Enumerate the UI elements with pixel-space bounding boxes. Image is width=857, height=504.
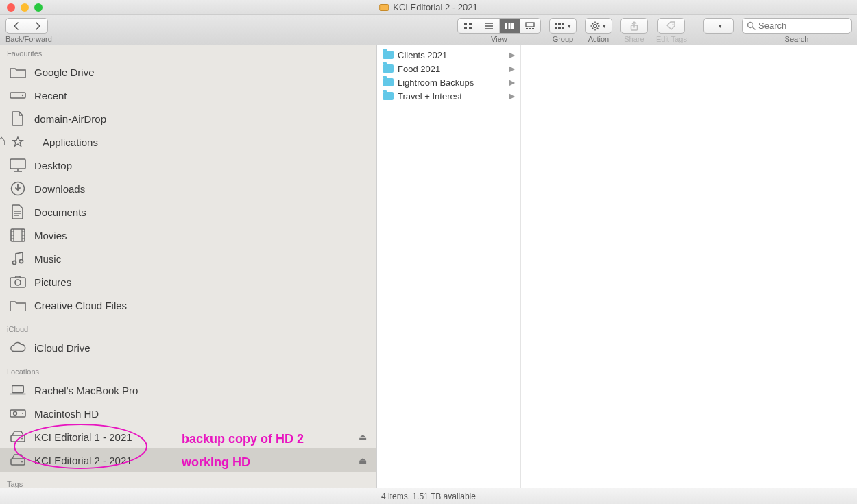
folder-label: Clients 2021 xyxy=(398,50,447,60)
svg-rect-53 xyxy=(10,278,25,287)
zoom-window-button[interactable] xyxy=(34,3,43,12)
svg-rect-14 xyxy=(555,23,557,25)
movies-icon xyxy=(10,227,26,243)
chevron-down-icon: ▾ xyxy=(719,23,722,29)
search-input[interactable] xyxy=(758,21,847,31)
sidebar-item-label: Downloads xyxy=(34,183,85,195)
svg-rect-9 xyxy=(511,23,514,29)
annotation-ellipse xyxy=(14,424,147,469)
folder-icon xyxy=(383,92,394,100)
chevron-right-icon: ▶ xyxy=(509,77,515,87)
group-button[interactable]: ▾ xyxy=(549,18,577,34)
sidebar-item-desktop[interactable]: Desktop xyxy=(0,154,376,177)
svg-point-51 xyxy=(12,261,16,264)
sidebar-item-label: iCloud Drive xyxy=(34,342,90,354)
folder-icon xyxy=(383,51,394,59)
sidebar-item-documents[interactable]: Documents xyxy=(0,200,376,224)
eject-icon[interactable]: ⏏ xyxy=(359,455,367,466)
forward-button[interactable] xyxy=(27,19,47,33)
blank-dropdown[interactable]: ▾ xyxy=(703,18,734,34)
desktop-icon xyxy=(10,157,26,173)
share-icon xyxy=(629,21,639,31)
folder-row[interactable]: Lightroom Backups ▶ xyxy=(377,75,520,89)
sidebar-section-icloud: iCloud xyxy=(0,321,376,336)
sidebar-item-recent[interactable]: Recent xyxy=(0,84,376,107)
svg-line-25 xyxy=(592,23,594,24)
folder-row[interactable]: Food 2021 ▶ xyxy=(377,62,520,75)
svg-rect-11 xyxy=(526,28,528,29)
folder-label: Travel + Interest xyxy=(398,91,462,101)
search-icon xyxy=(747,21,756,30)
action-label: Action xyxy=(588,35,609,43)
sidebar: Favourites Google Drive Recent domain-Ai… xyxy=(0,45,377,488)
status-text: 4 items, 1.51 TB available xyxy=(381,492,476,501)
drive-icon xyxy=(379,4,389,11)
sidebar-item-movies[interactable]: Movies xyxy=(0,224,376,247)
minimize-window-button[interactable] xyxy=(21,3,29,12)
svg-rect-2 xyxy=(464,27,467,29)
svg-rect-16 xyxy=(562,23,564,25)
edit-tags-label: Edit Tags xyxy=(656,35,687,43)
toolbar: Back/Forward View xyxy=(0,15,857,45)
back-forward-segment xyxy=(5,18,48,34)
svg-rect-19 xyxy=(562,27,564,29)
chevron-right-icon: ▶ xyxy=(509,91,515,101)
tag-icon xyxy=(666,21,676,31)
view-icons-button[interactable] xyxy=(458,19,479,33)
folder-icon xyxy=(383,78,394,86)
blank-dropdown-group: ▾ xyxy=(703,18,734,43)
sidebar-item-pictures[interactable]: Pictures xyxy=(0,270,376,293)
svg-rect-15 xyxy=(558,23,561,25)
share-group: Share xyxy=(620,18,648,43)
annotation-text-2: working HD xyxy=(182,455,250,470)
svg-rect-3 xyxy=(469,27,472,29)
view-list-button[interactable] xyxy=(479,19,499,33)
sidebar-item-label: Movies xyxy=(34,230,67,241)
svg-rect-10 xyxy=(526,23,534,27)
sidebar-item-macintosh-hd[interactable]: Macintosh HD xyxy=(0,402,376,425)
sidebar-section-locations: Locations xyxy=(0,363,376,379)
sidebar-item-label: Documents xyxy=(34,206,86,218)
back-button[interactable] xyxy=(6,19,27,33)
search-field[interactable] xyxy=(742,18,852,34)
edit-tags-button[interactable] xyxy=(657,18,685,34)
titlebar: KCI Editorial 2 - 2021 xyxy=(0,0,857,15)
pictures-icon xyxy=(10,274,26,290)
eject-icon[interactable]: ⏏ xyxy=(359,432,367,442)
sidebar-item-applications[interactable]: ⌂ Applications xyxy=(0,130,376,154)
sidebar-item-downloads[interactable]: Downloads xyxy=(0,177,376,200)
share-button[interactable] xyxy=(620,18,648,34)
folder-label: Lightroom Backups xyxy=(398,77,474,88)
chevron-right-icon: ▶ xyxy=(509,64,515,73)
svg-line-32 xyxy=(753,27,756,30)
svg-rect-18 xyxy=(558,27,561,29)
action-button[interactable]: ▾ xyxy=(585,18,612,34)
sidebar-item-macbook[interactable]: Rachel's MacBook Pro xyxy=(0,379,376,402)
sidebar-item-music[interactable]: Music xyxy=(0,247,376,270)
sidebar-item-label: Macintosh HD xyxy=(34,408,99,420)
folder-row[interactable]: Travel + Interest ▶ xyxy=(377,89,520,103)
sidebar-item-icloud-drive[interactable]: iCloud Drive xyxy=(0,336,376,359)
svg-point-54 xyxy=(15,280,21,285)
view-gallery-button[interactable] xyxy=(520,19,540,33)
search-group: Search xyxy=(742,18,852,43)
close-window-button[interactable] xyxy=(7,3,15,12)
svg-rect-17 xyxy=(555,27,557,29)
sidebar-item-label: Desktop xyxy=(34,160,72,171)
sidebar-item-airdrop[interactable]: domain-AirDrop xyxy=(0,107,376,130)
svg-rect-1 xyxy=(469,23,472,25)
sidebar-item-label: Rachel's MacBook Pro xyxy=(34,385,138,396)
folder-row[interactable]: Clients 2021 ▶ xyxy=(377,48,520,62)
chevron-right-icon: ▶ xyxy=(509,50,515,60)
svg-rect-8 xyxy=(509,23,511,29)
music-icon xyxy=(10,250,26,267)
folder-label: Food 2021 xyxy=(398,64,440,74)
tags-group: Edit Tags xyxy=(656,18,687,43)
view-columns-button[interactable] xyxy=(499,19,520,33)
sidebar-item-google-drive[interactable]: Google Drive xyxy=(0,60,376,84)
svg-point-62 xyxy=(21,461,23,463)
gear-icon xyxy=(590,21,600,31)
sidebar-item-creative-cloud[interactable]: Creative Cloud Files xyxy=(0,293,376,317)
group-group: ▾ Group xyxy=(549,18,577,43)
sidebar-item-label: Google Drive xyxy=(34,67,95,78)
